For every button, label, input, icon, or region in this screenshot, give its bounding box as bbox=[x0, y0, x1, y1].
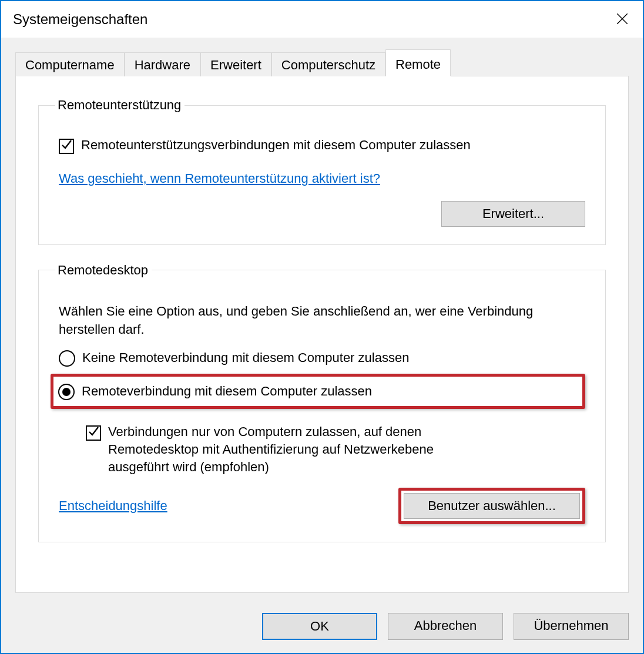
tab-advanced[interactable]: Erweitert bbox=[200, 52, 271, 76]
remote-assistance-help-link[interactable]: Was geschieht, wenn Remoteunterstützung … bbox=[59, 169, 380, 188]
window-title: Systemeigenschaften bbox=[13, 11, 147, 28]
radio-selected-icon bbox=[62, 388, 71, 396]
group-remote-desktop: Remotedesktop Wählen Sie eine Option aus… bbox=[38, 263, 606, 542]
remote-desktop-bottom-row: Entscheidungshilfe Benutzer auswählen... bbox=[59, 488, 585, 524]
radio-allow-remote[interactable] bbox=[58, 384, 75, 400]
highlight-allow-remote: Remoteverbindung mit diesem Computer zul… bbox=[51, 374, 585, 409]
radio-allow-remote-label: Remoteverbindung mit diesem Computer zul… bbox=[82, 383, 372, 400]
remote-desktop-description: Wählen Sie eine Option aus, und geben Si… bbox=[59, 303, 585, 339]
allow-remote-assistance-row: Remoteunterstützungsverbindungen mit die… bbox=[59, 136, 585, 154]
group-remote-assistance: Remoteunterstützung Remoteunterstützungs… bbox=[38, 98, 606, 245]
close-button[interactable] bbox=[602, 5, 643, 33]
content-area: Computername Hardware Erweitert Computer… bbox=[1, 38, 643, 603]
deny-remote-row: Keine Remoteverbindung mit diesem Comput… bbox=[59, 349, 585, 367]
checkmark-icon bbox=[61, 139, 72, 154]
system-properties-window: Systemeigenschaften Computername Hardwar… bbox=[0, 0, 644, 654]
tab-panel-remote: Remoteunterstützung Remoteunterstützungs… bbox=[15, 76, 629, 593]
advanced-button[interactable]: Erweitert... bbox=[441, 201, 585, 227]
remote-assistance-button-row: Erweitert... bbox=[59, 201, 585, 227]
ok-button[interactable]: OK bbox=[262, 613, 377, 640]
decision-help-link[interactable]: Entscheidungshilfe bbox=[59, 497, 167, 515]
cancel-button[interactable]: Abbrechen bbox=[388, 613, 503, 640]
dialog-footer: OK Abbrechen Übernehmen bbox=[1, 603, 643, 653]
highlight-select-users: Benutzer auswählen... bbox=[398, 488, 585, 524]
radio-deny-remote[interactable] bbox=[59, 350, 75, 367]
allow-remote-assistance-label: Remoteunterstützungsverbindungen mit die… bbox=[81, 136, 471, 154]
nla-row: Verbindungen nur von Computern zulassen,… bbox=[86, 423, 585, 475]
tab-computername[interactable]: Computername bbox=[15, 52, 125, 76]
tab-strip: Computername Hardware Erweitert Computer… bbox=[15, 49, 629, 76]
checkmark-icon bbox=[88, 425, 99, 441]
allow-remote-row: Remoteverbindung mit diesem Computer zul… bbox=[58, 383, 578, 400]
nla-checkbox[interactable] bbox=[86, 425, 101, 441]
nla-checkbox-label: Verbindungen nur von Computern zulassen,… bbox=[108, 423, 490, 475]
select-users-button[interactable]: Benutzer auswählen... bbox=[404, 493, 580, 519]
group-remote-assistance-legend: Remoteunterstützung bbox=[55, 98, 185, 113]
group-remote-desktop-legend: Remotedesktop bbox=[55, 263, 152, 278]
apply-button[interactable]: Übernehmen bbox=[514, 613, 629, 640]
allow-remote-assistance-checkbox[interactable] bbox=[59, 139, 74, 154]
radio-deny-remote-label: Keine Remoteverbindung mit diesem Comput… bbox=[82, 349, 409, 367]
titlebar: Systemeigenschaften bbox=[1, 1, 643, 38]
tab-remote[interactable]: Remote bbox=[385, 49, 451, 76]
tab-protection[interactable]: Computerschutz bbox=[271, 52, 385, 76]
tab-hardware[interactable]: Hardware bbox=[125, 52, 200, 76]
close-icon bbox=[616, 10, 628, 29]
